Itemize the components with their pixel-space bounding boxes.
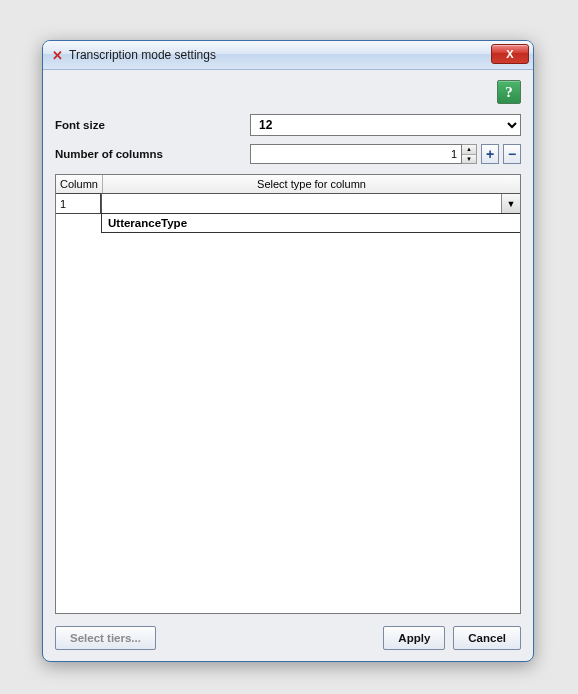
chevron-down-icon: ▼ — [501, 194, 520, 213]
num-columns-label: Number of columns — [55, 148, 250, 160]
spinner-buttons: ▲ ▼ — [462, 144, 477, 164]
plus-icon: + — [486, 146, 494, 162]
window-title: Transcription mode settings — [69, 48, 216, 62]
dropdown-option[interactable]: UtteranceType — [102, 214, 520, 232]
spinner-up[interactable]: ▲ — [462, 145, 476, 155]
table-row: 1 ▼ UtteranceType — [56, 194, 520, 214]
font-size-select[interactable]: 12 — [250, 114, 521, 136]
titlebar[interactable]: ✕ Transcription mode settings X — [43, 41, 533, 70]
app-icon: ✕ — [49, 47, 65, 63]
font-size-label: Font size — [55, 119, 250, 131]
minus-icon: − — [508, 146, 516, 162]
column-index-cell[interactable]: 1 — [55, 193, 101, 214]
help-icon: ? — [505, 84, 513, 101]
type-select[interactable]: ▼ — [101, 193, 521, 214]
close-icon: X — [506, 48, 513, 60]
content-area: ? Font size 12 Number of columns ▲ ▼ + — [43, 70, 533, 662]
remove-column-button[interactable]: − — [503, 144, 521, 164]
table-header-type: Select type for column — [103, 175, 520, 193]
close-button[interactable]: X — [491, 44, 529, 64]
dialog-window: ✕ Transcription mode settings X ? Font s… — [42, 40, 534, 662]
add-column-button[interactable]: + — [481, 144, 499, 164]
table-header-column: Column — [56, 175, 103, 193]
help-button[interactable]: ? — [497, 80, 521, 104]
select-tiers-button: Select tiers... — [55, 626, 156, 650]
cancel-button[interactable]: Cancel — [453, 626, 521, 650]
apply-button[interactable]: Apply — [383, 626, 445, 650]
num-columns-input[interactable] — [250, 144, 462, 164]
column-type-table: Column Select type for column 1 ▼ Uttera… — [55, 174, 521, 614]
type-dropdown-popup: UtteranceType — [101, 213, 521, 233]
type-select-cell: ▼ UtteranceType — [101, 194, 520, 214]
spinner-down[interactable]: ▼ — [462, 155, 476, 164]
